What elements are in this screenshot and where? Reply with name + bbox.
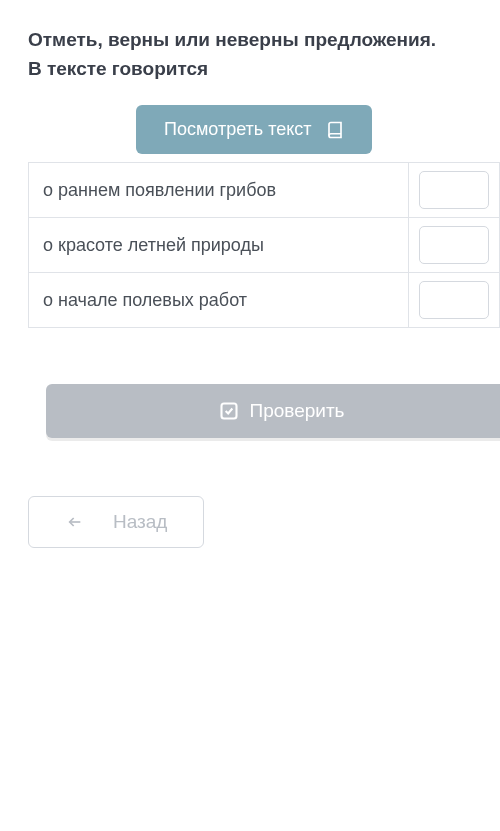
book-icon [326, 121, 344, 139]
check-icon [219, 401, 239, 421]
view-text-label: Посмотреть текст [164, 119, 312, 140]
statement-text: о раннем появлении грибов [29, 163, 409, 218]
answer-select-0[interactable] [419, 171, 489, 209]
statement-text: о начале полевых работ [29, 273, 409, 328]
answer-select-2[interactable] [419, 281, 489, 319]
table-row: о раннем появлении грибов [29, 163, 500, 218]
answer-select-1[interactable] [419, 226, 489, 264]
view-text-button[interactable]: Посмотреть текст [136, 105, 372, 154]
back-button-label: Назад [113, 511, 167, 533]
back-button[interactable]: Назад [28, 496, 204, 548]
arrow-left-icon [65, 514, 85, 530]
table-row: о красоте летней природы [29, 218, 500, 273]
question-title: Отметь, верны или неверны предложения. [28, 29, 436, 50]
statements-table: о раннем появлении грибов о красоте летн… [28, 162, 500, 328]
question-subtitle: В тексте говорится [28, 58, 208, 79]
table-row: о начале полевых работ [29, 273, 500, 328]
statement-text: о красоте летней природы [29, 218, 409, 273]
check-button[interactable]: Проверить [46, 384, 500, 438]
check-button-label: Проверить [249, 400, 344, 422]
